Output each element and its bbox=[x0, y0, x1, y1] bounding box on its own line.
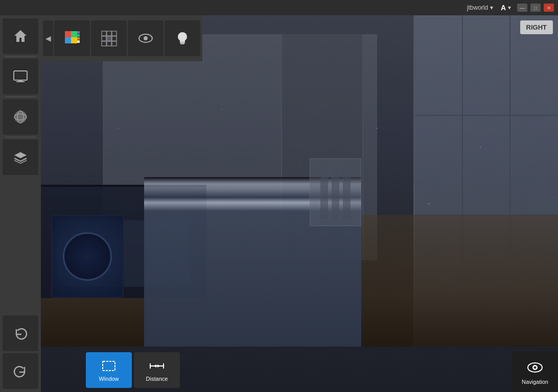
window-bar-3 bbox=[415, 115, 558, 116]
undo-icon bbox=[11, 324, 30, 342]
svg-rect-21 bbox=[107, 41, 111, 46]
viewport[interactable]: RIGHT Window Distance bbox=[41, 15, 558, 392]
svg-point-3 bbox=[14, 111, 27, 123]
window-button[interactable]: Window bbox=[86, 352, 132, 388]
display-button[interactable] bbox=[3, 59, 38, 94]
svg-rect-16 bbox=[112, 31, 117, 36]
expand-icon: ◀ bbox=[45, 34, 51, 42]
sidebar-divider-1 bbox=[5, 56, 36, 57]
svg-point-24 bbox=[144, 36, 148, 40]
svg-marker-31 bbox=[153, 364, 156, 368]
cube-grid-button[interactable] bbox=[91, 20, 127, 56]
layers-button[interactable] bbox=[3, 139, 38, 175]
eye-button[interactable] bbox=[128, 20, 164, 56]
redo-button[interactable] bbox=[3, 353, 38, 389]
drum-window bbox=[63, 232, 112, 281]
sidebar-divider-2 bbox=[5, 96, 36, 97]
svg-rect-22 bbox=[112, 41, 117, 46]
svg-rect-19 bbox=[112, 36, 117, 41]
bulb-button[interactable] bbox=[165, 20, 200, 56]
color-grid-button[interactable] bbox=[54, 20, 90, 56]
undo-button[interactable] bbox=[3, 315, 38, 351]
rad-fin-1 bbox=[320, 166, 328, 219]
logo-caret: ▾ bbox=[508, 4, 511, 11]
svg-rect-9 bbox=[71, 37, 77, 43]
svg-marker-32 bbox=[157, 364, 160, 368]
distance-button[interactable]: Distance bbox=[134, 352, 180, 388]
color-grid-icon bbox=[63, 29, 81, 47]
svg-rect-12 bbox=[77, 37, 80, 40]
washing-machine bbox=[51, 215, 124, 298]
navigation-eye-icon bbox=[526, 358, 544, 377]
distance-label: Distance bbox=[146, 376, 168, 382]
toolbar: ◀ bbox=[41, 15, 202, 61]
display-icon bbox=[11, 67, 30, 86]
rad-fin-3 bbox=[343, 166, 351, 219]
cube-icon bbox=[100, 29, 118, 47]
svg-rect-8 bbox=[65, 37, 71, 43]
bulb-icon bbox=[173, 29, 192, 47]
sidebar-divider-3 bbox=[5, 137, 36, 137]
layers-icon bbox=[11, 148, 30, 166]
home-icon bbox=[11, 27, 30, 45]
svg-rect-0 bbox=[14, 71, 27, 80]
svg-rect-15 bbox=[107, 31, 111, 36]
svg-rect-20 bbox=[102, 41, 106, 46]
maximize-button[interactable]: □ bbox=[530, 4, 541, 12]
distance-icon bbox=[149, 358, 165, 374]
eye-icon bbox=[136, 29, 155, 47]
app-logo: A bbox=[501, 4, 506, 12]
bottom-toolbar: Window Distance bbox=[82, 351, 558, 392]
svg-rect-17 bbox=[102, 36, 106, 41]
titlebar: jtbworld ▾ A ▾ — □ ✕ bbox=[0, 0, 558, 15]
redo-icon bbox=[11, 362, 30, 380]
svg-rect-7 bbox=[71, 31, 77, 37]
svg-rect-14 bbox=[102, 31, 106, 36]
svg-rect-6 bbox=[65, 31, 71, 37]
titlebar-right: jtbworld ▾ A ▾ — □ ✕ bbox=[467, 4, 554, 12]
svg-rect-27 bbox=[103, 361, 115, 371]
svg-rect-26 bbox=[180, 43, 184, 44]
home-button[interactable] bbox=[3, 18, 38, 54]
svg-rect-18 bbox=[107, 36, 111, 41]
svg-rect-11 bbox=[77, 34, 80, 37]
rad-fin-2 bbox=[332, 166, 339, 219]
titlebar-user[interactable]: jtbworld ▾ A ▾ bbox=[467, 4, 511, 12]
close-button[interactable]: ✕ bbox=[544, 4, 554, 12]
object-button[interactable] bbox=[3, 99, 38, 135]
sidebar bbox=[0, 15, 41, 392]
object-icon bbox=[11, 108, 30, 126]
svg-point-35 bbox=[534, 366, 537, 369]
titlebar-controls: — □ ✕ bbox=[517, 4, 554, 12]
window-icon bbox=[101, 358, 117, 374]
toolbar-expand-button[interactable]: ◀ bbox=[43, 20, 53, 56]
radiator bbox=[310, 158, 361, 226]
kitchen-scene bbox=[41, 15, 558, 392]
svg-rect-10 bbox=[77, 31, 80, 34]
minimize-button[interactable]: — bbox=[517, 4, 527, 12]
username-caret: ▾ bbox=[490, 4, 493, 11]
scene-view-label: RIGHT bbox=[520, 20, 553, 34]
window-label: Window bbox=[99, 376, 119, 382]
nav-panel-label: Navigation bbox=[522, 379, 548, 385]
svg-rect-13 bbox=[77, 40, 80, 43]
svg-rect-25 bbox=[180, 42, 185, 43]
username-label: jtbworld bbox=[467, 4, 488, 11]
nav-panel[interactable]: Navigation bbox=[512, 351, 558, 392]
